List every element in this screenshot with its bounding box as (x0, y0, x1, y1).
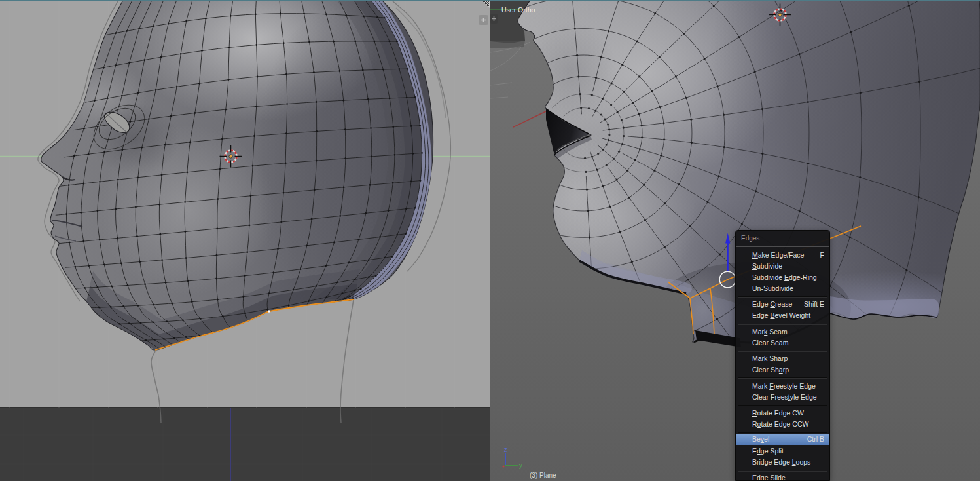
svg-text:z: z (504, 446, 507, 453)
svg-text:y: y (519, 462, 522, 469)
